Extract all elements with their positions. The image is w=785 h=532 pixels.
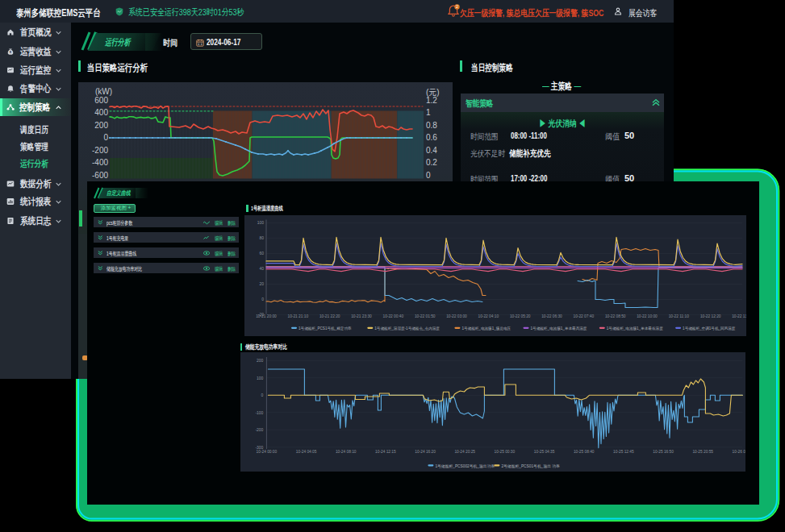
svg-text:40: 40 [259, 266, 264, 271]
svg-text:10-22 04:10: 10-22 04:10 [478, 314, 499, 318]
svg-text:100: 100 [257, 220, 265, 225]
svg-text:10-24 08:10: 10-24 08:10 [335, 450, 356, 454]
svg-text:0: 0 [261, 393, 263, 397]
svg-text:10-22 01:50: 10-22 01:50 [415, 314, 436, 318]
svg-text:10-22 03:00: 10-22 03:00 [446, 314, 467, 318]
svg-text:80: 80 [259, 235, 264, 240]
svg-text:10-22 06:30: 10-22 06:30 [541, 314, 562, 318]
svg-text:-20: -20 [258, 312, 264, 317]
svg-text:10-25 20:55: 10-25 20:55 [692, 450, 713, 454]
svg-text:10-25 16:50: 10-25 16:50 [653, 450, 674, 454]
svg-text:10-22 00:40: 10-22 00:40 [382, 314, 403, 318]
svg-text:10-24 04:05: 10-24 04:05 [295, 450, 316, 454]
svg-text:1号储能柜_PCS002号机_输出功率: 1号储能柜_PCS002号机_输出功率 [435, 463, 495, 469]
svg-text:2号储能柜_PCS01号机_输出 功率: 2号储能柜_PCS01号机_输出 功率 [501, 463, 560, 469]
svg-text:1号储能柜_电池簇1_单体最低温度: 1号储能柜_电池簇1_单体最低温度 [607, 326, 663, 331]
svg-text:10-24 12:15: 10-24 12:15 [375, 450, 396, 454]
svg-text:10-22 13:30: 10-22 13:30 [732, 314, 746, 318]
svg-text:10-21 22:20: 10-21 22:20 [319, 314, 340, 318]
svg-text:10-24 20:25: 10-24 20:25 [454, 450, 475, 454]
svg-text:10-24 16:20: 10-24 16:20 [415, 450, 436, 454]
svg-text:1号储能柜_温湿度-1号储能仓_仓内温度: 1号储能柜_温湿度-1号储能仓_仓内温度 [374, 326, 440, 331]
svg-text:1号储能柜_电池簇1_簇总电压: 1号储能柜_电池簇1_簇总电压 [461, 326, 511, 331]
svg-text:200: 200 [257, 358, 264, 363]
svg-text:10-22 07:40: 10-22 07:40 [573, 314, 594, 318]
svg-text:100: 100 [257, 376, 264, 380]
svg-text:10-22 11:10: 10-22 11:10 [669, 314, 690, 318]
svg-text:10-22 10:00: 10-22 10:00 [637, 314, 658, 318]
svg-text:10-25 04:35: 10-25 04:35 [533, 450, 554, 454]
svg-text:-200: -200 [255, 427, 263, 432]
svg-text:-100: -100 [255, 410, 263, 415]
svg-text:10-25 08:40: 10-25 08:40 [573, 450, 594, 454]
svg-text:10-25 12:45: 10-25 12:45 [613, 450, 634, 454]
svg-text:10-22 05:20: 10-22 05:20 [510, 314, 531, 318]
svg-text:10-21 23:30: 10-21 23:30 [351, 314, 372, 318]
svg-text:1号储能柜_电池簇1_单体最高温度: 1号储能柜_电池簇1_单体最高温度 [531, 326, 587, 331]
svg-text:60: 60 [259, 251, 264, 256]
svg-text:10-22 12:20: 10-22 12:20 [700, 314, 721, 318]
svg-text:-300: -300 [255, 445, 263, 450]
svg-text:10-21 21:10: 10-21 21:10 [287, 314, 308, 318]
svg-text:1号储能柜_PCS1号机_额定功率: 1号储能柜_PCS1号机_额定功率 [299, 326, 352, 331]
svg-text:1号储能柜_空调1号机_回风温度: 1号储能柜_空调1号机_回风温度 [683, 326, 736, 331]
svg-text:10-24 00:00: 10-24 00:00 [256, 450, 277, 454]
svg-text:10-26 01:00: 10-26 01:00 [732, 450, 745, 454]
svg-text:20: 20 [259, 281, 264, 286]
svg-text:10-22 08:50: 10-22 08:50 [605, 314, 626, 318]
svg-text:0: 0 [261, 297, 264, 301]
svg-text:10-25 00:30: 10-25 00:30 [494, 450, 515, 454]
